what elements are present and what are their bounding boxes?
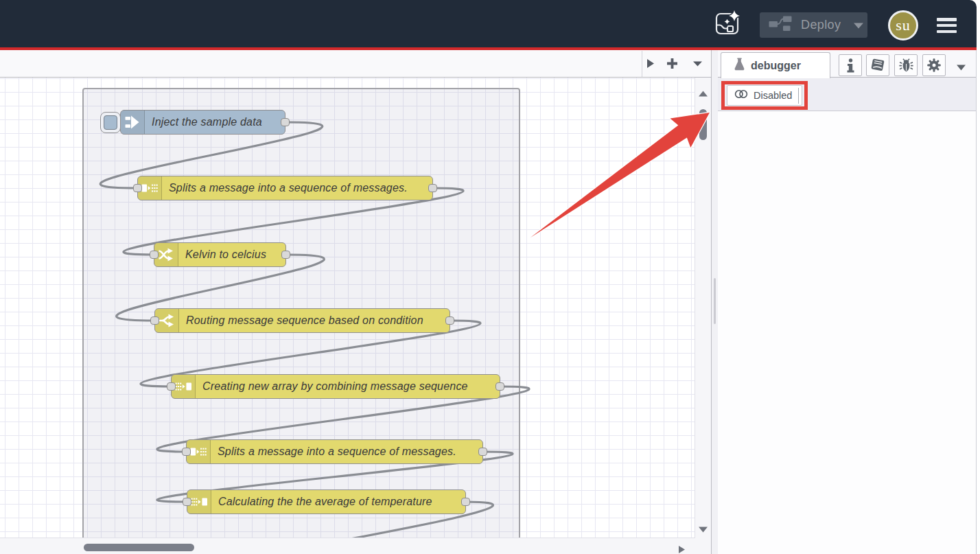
sidebar-options-icon[interactable]: [957, 61, 966, 73]
scroll-right-icon[interactable]: [679, 544, 685, 554]
node-label: Calculating the the average of temperatu…: [218, 496, 432, 508]
flow-node-join[interactable]: Calculating the the average of temperatu…: [187, 489, 466, 514]
flow-node-switch[interactable]: Routing message sequence based on condit…: [154, 308, 450, 333]
wires-layer: [0, 78, 695, 538]
splitter-grip: [714, 278, 716, 324]
node-port-in[interactable]: [150, 316, 159, 325]
deploy-button[interactable]: Deploy: [760, 12, 867, 38]
flow-node-split[interactable]: Splits a message into a sequence of mess…: [186, 439, 483, 464]
info-button[interactable]: [839, 54, 862, 76]
tab-scroll-right-icon[interactable]: [644, 50, 657, 77]
sidebar-panel: debugger: [718, 50, 977, 554]
add-flow-icon[interactable]: [664, 50, 679, 77]
node-label: Splits a message into a sequence of mess…: [218, 446, 456, 458]
node-port-in[interactable]: [150, 251, 159, 259]
deploy-options-icon[interactable]: [854, 19, 863, 32]
node-port-in[interactable]: [167, 382, 176, 391]
node-port-out[interactable]: [445, 316, 454, 325]
node-label: Creating new array by combining message …: [202, 380, 468, 393]
ai-flow-icon[interactable]: [715, 8, 744, 40]
node-port-out[interactable]: [428, 184, 437, 192]
horizontal-scrollbar-thumb[interactable]: [84, 544, 194, 551]
inject-trigger-button[interactable]: [100, 112, 121, 133]
tab-bar-separator: [642, 51, 642, 77]
sidebar-tab-label: debugger: [751, 60, 801, 72]
node-port-in[interactable]: [182, 448, 191, 456]
node-port-out[interactable]: [495, 382, 504, 391]
annotation-highlight-rectangle: [721, 81, 808, 110]
scroll-up-icon[interactable]: [699, 87, 708, 100]
bug-icon[interactable]: [894, 54, 918, 76]
workspace-tab-bar: [0, 50, 711, 78]
header-bar: Deploy su: [0, 0, 977, 47]
flow-node-split[interactable]: Splits a message into a sequence of mess…: [137, 176, 433, 200]
vertical-scrollbar[interactable]: [695, 78, 711, 538]
horizontal-scrollbar[interactable]: [0, 538, 695, 554]
deploy-button-label: Deploy: [801, 18, 841, 32]
node-port-out[interactable]: [478, 448, 487, 456]
node-port-in[interactable]: [133, 184, 142, 192]
scrollbar-corner: [695, 538, 711, 554]
flow-canvas[interactable]: Inject the sample dataSplits a message i…: [0, 78, 695, 538]
node-label: Splits a message into a sequence of mess…: [169, 182, 408, 194]
node-label: Kelvin to celcius: [185, 249, 266, 261]
flask-icon: [734, 58, 745, 73]
node-port-out[interactable]: [461, 498, 470, 506]
sidebar-tab-debugger[interactable]: debugger: [721, 52, 830, 78]
gear-icon[interactable]: [922, 54, 946, 76]
flow-node-change[interactable]: Kelvin to celcius: [154, 242, 286, 267]
user-initials: su: [896, 16, 911, 34]
vertical-scrollbar-thumb[interactable]: [699, 109, 707, 140]
hamburger-menu-icon[interactable]: [937, 18, 957, 36]
sidebar-tab-bar: debugger: [718, 50, 976, 78]
node-label: Routing message sequence based on condit…: [186, 314, 423, 327]
scroll-down-icon[interactable]: [699, 523, 708, 535]
debug-messages-panel: [718, 111, 976, 554]
inject-icon: [121, 111, 145, 134]
node-label: Inject the sample data: [152, 116, 262, 128]
flow-node-inject[interactable]: Inject the sample data: [120, 110, 285, 135]
flow-node-join[interactable]: Creating new array by combining message …: [171, 374, 500, 399]
node-port-in[interactable]: [183, 498, 191, 506]
deploy-flow-icon: [769, 16, 792, 35]
sidebar-splitter[interactable]: [711, 50, 718, 554]
node-port-out[interactable]: [281, 118, 290, 126]
node-red-editor: Deploy su Inject the sample dataSplits a…: [0, 0, 980, 554]
flow-list-icon[interactable]: [689, 50, 705, 77]
node-port-out[interactable]: [281, 251, 290, 259]
user-avatar[interactable]: su: [888, 10, 918, 41]
book-icon[interactable]: [866, 54, 889, 76]
